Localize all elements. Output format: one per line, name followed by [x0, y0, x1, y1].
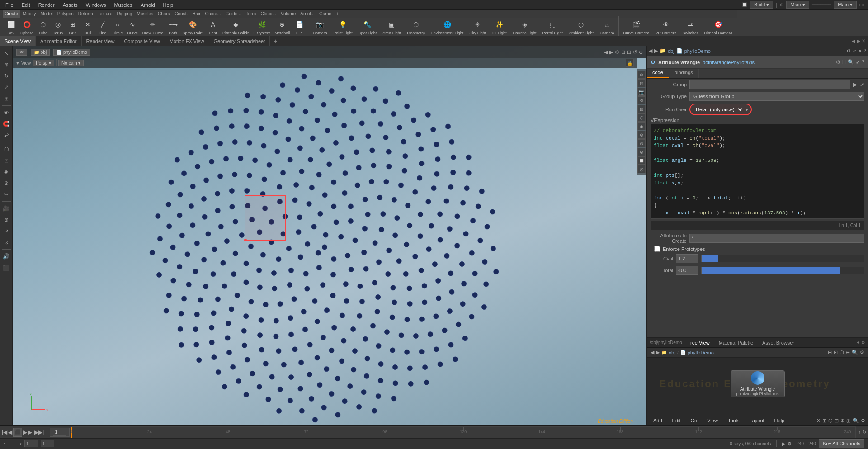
tool-distantlight[interactable]: ☼ Camera [597, 18, 617, 37]
viewport[interactable]: 👁 📁 obj 📄 phylloDemo ◀ ▶ ⚙ ⊞ ⊡ ↺ ⊕ ▼ Vie… [13, 46, 646, 425]
lt-rotate[interactable]: ↻ [1, 71, 12, 81]
menu-muscles[interactable]: Muscles [110, 1, 136, 9]
rp-nav-forward[interactable]: ▶ [654, 48, 658, 54]
enforce-proto-checkbox[interactable] [654, 246, 660, 252]
group-input[interactable] [689, 80, 850, 89]
view-tab-anim[interactable]: Animation Editor [36, 36, 82, 46]
lt-tool7[interactable]: ↗ [1, 226, 12, 236]
run-over-arrow[interactable]: ▼ [745, 107, 749, 112]
tl-right-icon2[interactable]: ⚙ [788, 441, 792, 446]
rp-nav-back[interactable]: ◀ [649, 48, 652, 54]
tab-polygon[interactable]: Polygon [56, 10, 75, 18]
nn-icon-1[interactable]: ⊞ [828, 350, 832, 355]
cval-input[interactable] [676, 254, 698, 263]
tab-expand[interactable]: + [334, 10, 340, 18]
nn-obj-label[interactable]: obj [669, 350, 675, 355]
nn-edit[interactable]: Edit [669, 417, 684, 424]
tool-metaball[interactable]: ⊕ Metaball [273, 18, 292, 36]
main2-dropdown[interactable]: Main ▾ [834, 1, 857, 9]
vp-persp-btn[interactable]: Persp ▾ [33, 60, 54, 66]
nn-add[interactable]: Add [650, 417, 666, 424]
run-over-select[interactable]: Detail (only once) [692, 105, 744, 114]
group-type-select[interactable]: Guess from Group [689, 92, 864, 101]
nn-layout[interactable]: Layout [746, 417, 768, 424]
vp-ctrl-11[interactable]: 🔲 [637, 156, 646, 165]
nn-go[interactable]: Go [687, 417, 701, 424]
lt-view[interactable]: 👁 [1, 107, 12, 118]
aw-icon-search[interactable]: 🔍 [848, 59, 854, 65]
menu-edit[interactable]: Edit [18, 1, 34, 9]
vp-ctrl-12[interactable]: ◎ [637, 165, 646, 173]
tool-skylight[interactable]: ☀ Sky Light [467, 18, 489, 37]
menu-windows[interactable]: Windows [82, 1, 110, 9]
tool-vrcamera[interactable]: 👁 VR Camera [653, 18, 679, 37]
view-tab-add[interactable]: + [270, 37, 281, 46]
view-tab-render[interactable]: Render View [82, 36, 120, 46]
tool-curve[interactable]: ∿ Curve [125, 18, 140, 36]
tl-stop-btn[interactable]: ⬛ [13, 428, 22, 437]
lt-tool10[interactable]: ⬛ [1, 262, 12, 273]
tab-code[interactable]: code [647, 69, 669, 78]
tool-causticlight[interactable]: ◈ Caustic Light [510, 18, 539, 37]
nn-icon-4[interactable]: ⊕ [846, 350, 850, 355]
nn-btn-5[interactable]: ⊕ [840, 418, 844, 424]
menu-render[interactable]: Render [35, 1, 58, 9]
tab-arnol[interactable]: Arnol... [298, 10, 316, 18]
view-tab-motionfx[interactable]: Motion FX View [165, 36, 209, 46]
tab-volume[interactable]: Volume [279, 10, 297, 18]
tool-box[interactable]: ⬜ Box [4, 18, 18, 36]
rp-settings-icon[interactable]: ⚙ [847, 48, 851, 53]
menu-help[interactable]: Help [160, 1, 177, 9]
tab-const[interactable]: Const. [173, 10, 189, 18]
tool-camera[interactable]: 📷 Camera [310, 18, 330, 37]
tab-game[interactable]: Game [317, 10, 333, 18]
rp-obj-label[interactable]: obj [668, 48, 675, 54]
tool-path[interactable]: ⟿ Path [166, 18, 180, 36]
tl-current-frame[interactable] [53, 429, 66, 436]
lt-handle[interactable]: ⊞ [1, 93, 12, 104]
nn-btn-3[interactable]: ⬡ [828, 418, 833, 424]
nn-view[interactable]: View [703, 417, 722, 424]
rp-close-icon[interactable]: ✕ [858, 48, 862, 53]
tool-line[interactable]: ╱ Line [95, 18, 110, 36]
tool-ambientlight[interactable]: ◌ Ambient Light [566, 18, 596, 37]
view-tab-composite[interactable]: Composite View [119, 36, 165, 46]
tool-torus[interactable]: ◎ Torus [51, 18, 65, 36]
tool-spray[interactable]: 🎨 Spray Paint [181, 18, 206, 36]
tab-rigging[interactable]: Rigging [115, 10, 134, 18]
total-input[interactable] [676, 266, 698, 275]
tl-loop-icon[interactable]: ↻ [863, 430, 866, 435]
lt-tool6[interactable]: ⊕ [1, 214, 12, 225]
bt-add-icon[interactable]: + [857, 340, 859, 345]
tl-home-btn[interactable]: ⟵ [4, 440, 11, 447]
tool-null[interactable]: ✕ Null [80, 18, 95, 36]
tl-prev-key[interactable]: |◀ [2, 429, 7, 435]
tool-pointlight[interactable]: 💡 Point Light [330, 18, 355, 37]
tool-gimbalcamera[interactable]: 🎯 Gimbal Camera [701, 18, 735, 37]
nn-btn-6[interactable]: ◎ [846, 418, 851, 424]
key-all-channels-button[interactable]: Key All Channels [819, 439, 864, 448]
nn-help[interactable]: Help [771, 417, 788, 424]
lt-camera-nav[interactable]: 🎥 [1, 203, 12, 214]
lt-paint[interactable]: 🖌 [1, 130, 12, 141]
vp-file-path[interactable]: 📄 phylloDemo [53, 49, 90, 56]
tool-tube[interactable]: ⬡ Tube [36, 18, 50, 36]
nn-tools[interactable]: Tools [724, 417, 743, 424]
tab-muscles[interactable]: Muscles [135, 10, 155, 18]
vp-view-icon[interactable]: 👁 [16, 49, 27, 56]
nn-btn-4[interactable]: ⊡ [835, 418, 839, 424]
tab-deform[interactable]: Deform [76, 10, 95, 18]
tl-end-btn[interactable]: ⟶ [14, 440, 22, 447]
menu-file[interactable]: File [2, 1, 17, 9]
tool-sphere[interactable]: ⭕ Sphere [19, 18, 35, 36]
aw-icon-expand[interactable]: ⤢ [856, 59, 860, 65]
vp-ctrl-2[interactable]: ⊡ [637, 79, 646, 87]
total-slider[interactable] [701, 267, 864, 274]
menu-assets[interactable]: Assets [59, 1, 81, 9]
lt-tool8[interactable]: ⊙ [1, 237, 12, 248]
tool-geometry[interactable]: ⬡ Geometry [404, 18, 428, 37]
lt-tool9[interactable]: 🔊 [1, 251, 12, 262]
nn-btn-8[interactable]: ⚙ [861, 418, 865, 424]
tl-end-input[interactable] [41, 440, 54, 447]
aw-icon-help[interactable]: ? [862, 59, 864, 65]
